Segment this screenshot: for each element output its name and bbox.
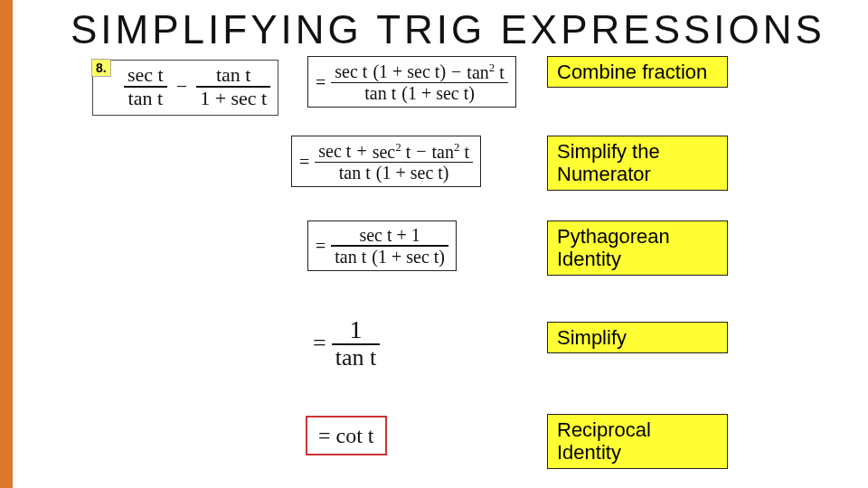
problem-frac1: sec t tan t [124, 64, 167, 109]
step-3-box: = sec t + 1 tan t (1 + sec t) [307, 221, 457, 271]
label-simplify: Simplify [547, 322, 728, 353]
problem-frac2: tan t 1 + sec t [196, 64, 270, 109]
label-pythagorean-identity: Pythagorean Identity [547, 221, 728, 276]
final-answer-box: = cot t [306, 416, 387, 455]
step-4: = 1 tan t [313, 316, 380, 371]
question-number: 8. [91, 59, 111, 77]
label-simplify-numerator: Simplify the Numerator [547, 136, 728, 191]
equals-sign: = [299, 153, 309, 171]
page-title: SIMPLIFYING TRIG EXPRESSIONS [71, 7, 826, 52]
equals-sign: = [318, 425, 331, 446]
label-combine-fraction: Combine fraction [547, 56, 728, 88]
step4-frac: 1 tan t [332, 316, 381, 371]
step3-frac: sec t + 1 tan t (1 + sec t) [331, 225, 448, 267]
label-reciprocal-identity: Reciprocal Identity [547, 414, 728, 469]
accent-bar [0, 0, 13, 488]
equals-sign: = [313, 332, 326, 355]
step2-frac: sec t + sec2 t − tan2 t tan t (1 + sec t… [315, 140, 473, 183]
equals-sign: = [316, 73, 326, 91]
problem-box: 8. sec t tan t − tan t 1 + sec t [92, 60, 278, 116]
equals-sign: = [316, 237, 326, 255]
minus-sign: − [173, 77, 191, 97]
final-expression: cot t [336, 425, 374, 446]
step-1-box: = sec t (1 + sec t) − tan2 t tan t (1 + … [307, 56, 516, 108]
step-2-box: = sec t + sec2 t − tan2 t tan t (1 + sec… [291, 136, 481, 187]
step1-frac: sec t (1 + sec t) − tan2 t tan t (1 + se… [331, 61, 508, 103]
